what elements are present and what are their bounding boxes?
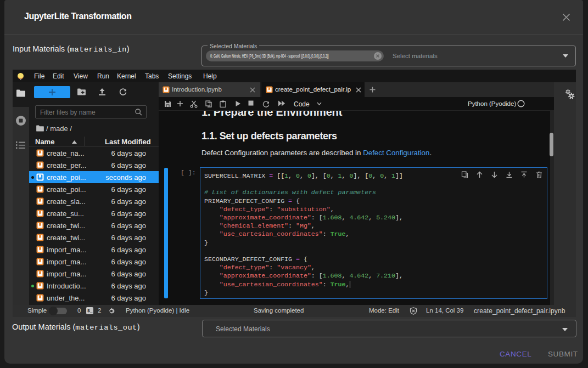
svg-text:$_: $_ <box>87 308 93 313</box>
